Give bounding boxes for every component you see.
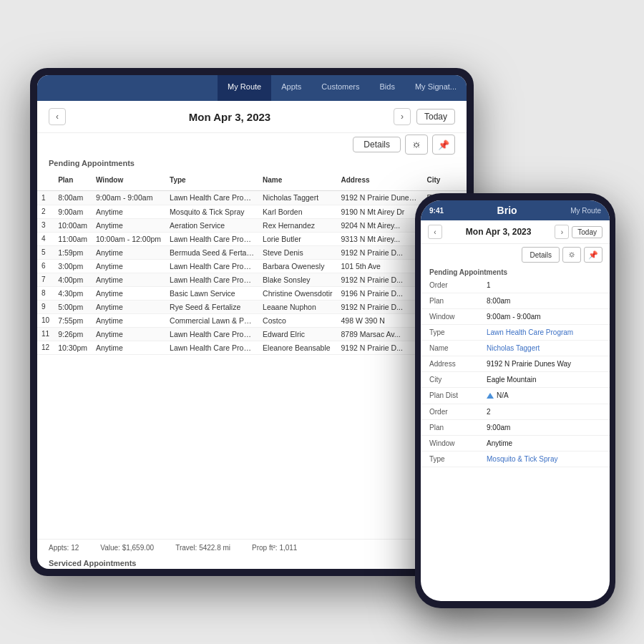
row-name[interactable]: Christine Owensdotir (258, 286, 336, 300)
footer-travel: Travel: 5422.8 mi (175, 544, 230, 552)
row-name[interactable]: Karl Borden (258, 205, 336, 218)
row-name[interactable]: Steve Denis (258, 245, 336, 259)
phone-detail-row: Window Anytime (421, 435, 610, 451)
table-row: 4 11:00am 10:00am - 12:00pm Lawn Health … (37, 232, 467, 245)
tablet-device: My Route Appts Customers Bids My Signat.… (30, 68, 474, 576)
prev-date-button[interactable]: ‹ (49, 108, 66, 125)
row-name[interactable]: Costco (258, 313, 336, 327)
row-type[interactable]: Commercial Lawn & Pest Service (165, 313, 258, 327)
row-name[interactable]: Barbara Owenesly (258, 259, 336, 273)
table-row: 10 7:55pm Anytime Commercial Lawn & Pest… (37, 313, 467, 327)
nav-item-my-signat[interactable]: My Signat... (405, 75, 467, 101)
row-window: Anytime (92, 245, 165, 259)
row-num: 5 (37, 245, 54, 259)
row-plan: 11:00am (54, 232, 92, 245)
detail-label: Type (421, 325, 478, 341)
row-num: 1 (37, 191, 54, 205)
row-type[interactable]: Lawn Health Care Program (165, 259, 258, 273)
row-plan: 4:00pm (54, 273, 92, 286)
row-plan: 7:55pm (54, 313, 92, 327)
detail-label: Plan (421, 293, 478, 309)
phone-date-display: Mon Apr 3, 2023 (445, 227, 552, 237)
phone-detail-row: Type Lawn Health Care Program (421, 325, 610, 341)
phone-next-date-button[interactable]: › (555, 225, 569, 239)
phone-detail-row: Plan 8:00am (421, 293, 610, 309)
phone-detail-row: City Eagle Mountain (421, 372, 610, 388)
row-address: 101 5th Ave (337, 259, 423, 273)
detail-value[interactable]: Mosquito & Tick Spray (478, 451, 610, 467)
row-window: Anytime (92, 286, 165, 300)
location-button[interactable]: ⛭ (405, 135, 428, 155)
phone-today-button[interactable]: Today (572, 226, 602, 238)
row-name[interactable]: Blake Sonsley (258, 273, 336, 286)
table-row: 12 10:30pm Anytime Lawn Health Care Prog… (37, 341, 467, 354)
footer-bar: Appts: 12 Value: $1,659.00 Travel: 5422.… (37, 539, 467, 556)
next-date-button[interactable]: › (394, 108, 411, 125)
scene: My Route Appts Customers Bids My Signat.… (0, 0, 644, 644)
detail-value[interactable]: Nicholas Taggert (478, 341, 610, 356)
row-num: 6 (37, 259, 54, 273)
nav-item-my-route[interactable]: My Route (218, 75, 271, 101)
row-window: Anytime (92, 259, 165, 273)
row-name[interactable]: Lorie Butler (258, 232, 336, 245)
row-name[interactable]: Leaane Nuphon (258, 300, 336, 313)
phone-content: ‹ Mon Apr 3, 2023 › Today Details ⛭ 📌 Pe… (421, 220, 610, 601)
row-window: Anytime (92, 205, 165, 218)
row-name[interactable]: Nicholas Taggert (258, 191, 336, 205)
row-address: 9192 N Prairie Dunes Way (337, 191, 423, 205)
col-name: Name (258, 169, 336, 191)
row-address: 9192 N Prairie D... (337, 341, 423, 354)
row-type[interactable]: Lawn Health Care Program (165, 341, 258, 354)
detail-label: Name (421, 341, 478, 356)
tablet-screen: My Route Appts Customers Bids My Signat.… (37, 75, 467, 569)
today-button[interactable]: Today (416, 109, 455, 125)
phone-status-bar: 9:41 Brio My Route (421, 200, 610, 220)
row-window: Anytime (92, 273, 165, 286)
phone-location-button[interactable]: ⛭ (562, 247, 581, 263)
phone-map-pin-button[interactable]: 📌 (584, 247, 602, 263)
row-type[interactable]: Mosquito & Tick Spray (165, 205, 258, 218)
pending-section-title: Pending Appointments (37, 156, 467, 169)
row-type[interactable]: Lawn Health Care Program (165, 273, 258, 286)
row-type[interactable]: Lawn Health Care Program (165, 232, 258, 245)
col-num (37, 169, 54, 191)
row-type[interactable]: Lawn Health Care Program (165, 327, 258, 341)
table-row: 11 9:26pm Anytime Lawn Health Care Progr… (37, 327, 467, 341)
detail-value: N/A (478, 388, 610, 404)
row-type[interactable]: Aeration Service (165, 218, 258, 232)
appointments-table: Plan Window Type Name Address City Plan … (37, 169, 467, 355)
row-window: 10:00am - 12:00pm (92, 232, 165, 245)
phone-details-button[interactable]: Details (522, 247, 560, 263)
row-type[interactable]: Rye Seed & Fertalize (165, 300, 258, 313)
row-type[interactable]: Basic Lawn Service (165, 286, 258, 300)
detail-label: Type (421, 451, 478, 467)
row-name[interactable]: Rex Hernandez (258, 218, 336, 232)
row-plan: 3:00pm (54, 259, 92, 273)
phone-detail-row: Plan Dist N/A (421, 388, 610, 404)
detail-label: Plan (421, 419, 478, 435)
row-type[interactable]: Lawn Health Care Program (165, 191, 258, 205)
row-plan: 9:26pm (54, 327, 92, 341)
row-type[interactable]: Bermuda Seed & Fertalize (165, 245, 258, 259)
row-num: 3 (37, 218, 54, 232)
row-address: 9313 N Mt Airey... (337, 232, 423, 245)
detail-value: 9192 N Prairie Dunes Way (478, 356, 610, 372)
nav-item-customers[interactable]: Customers (311, 75, 369, 101)
nav-item-bids[interactable]: Bids (370, 75, 405, 101)
row-name[interactable]: Edward Elric (258, 327, 336, 341)
table-row: 5 1:59pm Anytime Bermuda Seed & Fertaliz… (37, 245, 467, 259)
map-pin-button[interactable]: 📌 (432, 135, 455, 155)
phone-prev-date-button[interactable]: ‹ (428, 225, 442, 239)
row-name[interactable]: Eleanore Beansable (258, 341, 336, 354)
details-button[interactable]: Details (353, 137, 401, 152)
nav-item-appts[interactable]: Appts (271, 75, 311, 101)
table-row: 8 4:30pm Anytime Basic Lawn Service Chri… (37, 286, 467, 300)
col-address: Address (337, 169, 423, 191)
row-address: 9190 N Mt Airey Dr (337, 205, 423, 218)
row-plan: 10:00am (54, 218, 92, 232)
row-num: 9 (37, 300, 54, 313)
detail-value[interactable]: Lawn Health Care Program (478, 325, 610, 341)
phone-detail-row: Address 9192 N Prairie Dunes Way (421, 356, 610, 372)
row-num: 8 (37, 286, 54, 300)
row-address: 9192 N Prairie D... (337, 300, 423, 313)
